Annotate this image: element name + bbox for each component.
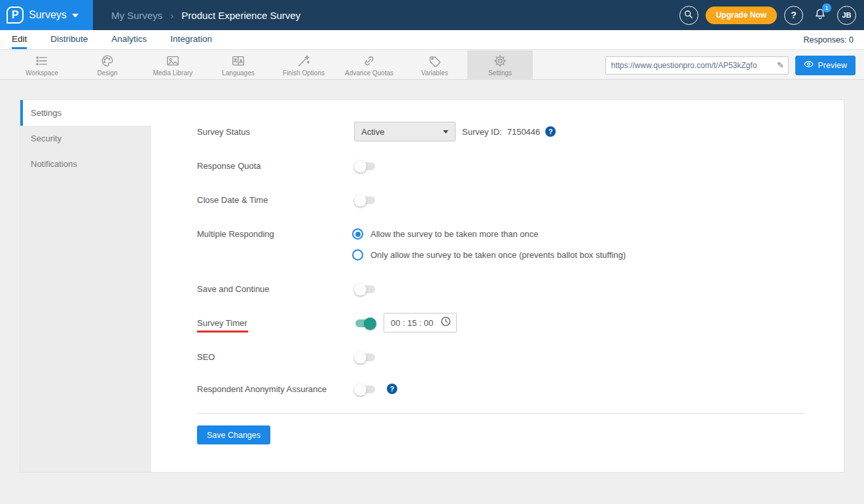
toolbar-item-variables[interactable]: Variables [402,50,467,80]
response-quota-label: Response Quota [197,161,261,171]
toolbar-item-label: Finish Options [283,69,325,77]
tab-integration[interactable]: Integration [170,30,212,49]
top-navigation-bar: P Surveys My Surveys › Product Experienc… [0,0,864,30]
sidebar-item-security[interactable]: Security [20,126,151,151]
toolbar-item-label: Media Library [153,69,193,77]
preview-label: Preview [818,61,847,70]
breadcrumb-separator: › [170,10,173,21]
notification-badge: 1 [822,3,831,12]
seo-label: SEO [197,352,215,362]
toolbar-items: Workspace Design Media Library Languages… [9,50,533,80]
close-date-time-label: Close Date & Time [197,195,268,205]
survey-timer-input[interactable] [391,318,437,328]
respondent-anonymity-toggle[interactable] [355,386,375,393]
toolbar-item-design[interactable]: Design [75,50,140,80]
seo-toggle[interactable] [355,353,375,361]
help-button[interactable]: ? [784,6,803,25]
magic-wand-icon [297,54,311,68]
survey-timer-input-box [384,313,457,333]
edit-toolbar: Workspace Design Media Library Languages… [0,50,864,80]
gear-icon [493,54,507,68]
toolbar-item-label: Variables [422,69,448,77]
tag-icon [427,54,442,68]
toolbar-item-languages[interactable]: Languages [206,50,271,80]
tab-edit[interactable]: Edit [12,30,27,49]
survey-timer-label: Survey Timer [197,318,247,328]
survey-tabs-bar: Edit Distribute Analytics Integration Re… [0,30,864,50]
help-icon[interactable]: ? [387,384,397,394]
notifications-button[interactable]: 1 [810,5,830,25]
workspace-icon [35,54,49,68]
toolbar-item-label: Workspace [26,69,58,77]
toolbar-item-media-library[interactable]: Media Library [140,50,206,80]
page-title: Product Experience Survey [181,10,300,21]
survey-id-value: 7150446 [507,127,541,137]
image-icon [166,54,180,68]
save-and-continue-label: Save and Continue [197,284,270,294]
topbar-actions: Upgrade Now ? 1 JB [679,0,856,30]
toggle-knob [364,317,376,330]
toolbar-item-settings[interactable]: Settings [467,50,533,80]
radio-unselected-icon[interactable] [352,249,363,261]
respondent-anonymity-label: Respondent Anonymity Assurance [197,384,327,394]
toggle-knob [354,160,367,173]
breadcrumb-my-surveys[interactable]: My Surveys [111,10,162,21]
toolbar-item-label: Settings [488,69,512,77]
settings-panel: Settings Security Notifications Survey S… [20,99,844,473]
upgrade-now-button[interactable]: Upgrade Now [706,7,777,24]
help-icon[interactable]: ? [545,126,556,137]
survey-id-label: Survey ID: [462,127,502,137]
share-controls: ✎ Preview [605,50,855,80]
preview-button[interactable]: Preview [795,56,855,75]
toolbar-item-workspace[interactable]: Workspace [9,50,75,80]
survey-url-box: ✎ [605,56,789,75]
toolbar-item-label: Languages [222,69,255,77]
tab-distribute[interactable]: Distribute [50,30,88,49]
toggle-knob [354,384,367,396]
save-and-continue-toggle[interactable] [355,285,375,293]
chevron-down-icon [72,14,79,18]
toggle-knob [354,351,367,364]
toggle-knob [354,283,367,296]
edit-url-icon[interactable]: ✎ [777,60,784,70]
survey-timer-highlight [197,331,248,333]
questionpro-logo: P [7,7,24,24]
survey-timer-toggle[interactable] [355,319,375,327]
multiple-responding-label: Multiple Responding [197,229,274,239]
close-date-time-toggle[interactable] [355,196,375,204]
settings-sidebar: Settings Security Notifications [20,100,151,472]
tab-analytics[interactable]: Analytics [111,30,147,49]
response-quota-toggle[interactable] [355,162,375,170]
translate-icon [231,54,245,68]
survey-status-label: Survey Status [197,127,250,137]
chain-link-icon [362,54,376,68]
search-icon [684,10,693,21]
toggle-knob [354,194,367,207]
eye-icon [804,60,814,70]
toolbar-item-label: Design [97,69,117,77]
toolbar-item-advance-quotas[interactable]: Advance Quotas [336,50,402,80]
search-button[interactable] [679,6,698,25]
sidebar-item-notifications[interactable]: Notifications [20,151,151,177]
survey-status-value: Active [361,127,384,137]
survey-status-select[interactable]: Active [354,122,456,141]
breadcrumb: My Surveys › Product Experience Survey [111,0,300,30]
radio-selected-icon[interactable] [352,228,363,240]
radio-option-label: Only allow the survey to be taken once (… [370,250,626,260]
chevron-down-icon [443,130,448,134]
palette-icon [100,54,115,68]
survey-url-input[interactable] [611,61,777,70]
radio-option-label: Allow the survey to be taken more than o… [370,229,539,239]
responses-count[interactable]: Responses: 0 [804,30,854,50]
brand-label: Surveys [29,9,67,21]
clock-icon[interactable] [441,316,451,329]
radio-option-more-than-once[interactable]: Allow the survey to be taken more than o… [352,228,539,240]
avatar[interactable]: JB [837,6,856,25]
radio-option-only-once[interactable]: Only allow the survey to be taken once (… [352,249,626,261]
survey-id-group: Survey ID: 7150446 ? [462,126,556,137]
form-divider [197,413,804,414]
sidebar-item-settings[interactable]: Settings [20,100,151,126]
toolbar-item-finish-options[interactable]: Finish Options [271,50,336,80]
surveys-menu[interactable]: P Surveys [0,0,93,30]
save-changes-button[interactable]: Save Changes [197,425,270,444]
